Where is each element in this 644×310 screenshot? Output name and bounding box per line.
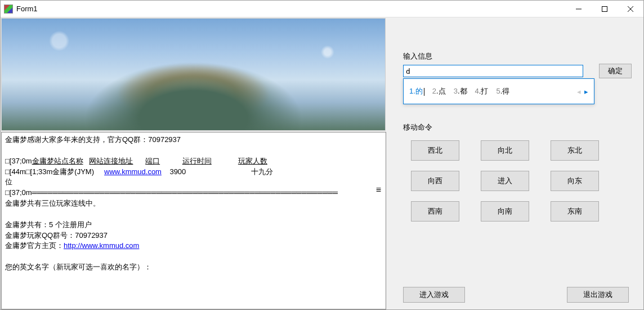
ime-next-icon[interactable]: ▸ xyxy=(584,87,588,96)
console-row: □[44m□[1;33m金庸梦(JYM) www.kmmud.com 3900 … xyxy=(5,167,382,178)
left-pane: ≡ 金庸梦感谢大家多年来的支持，官方QQ群：70972937 □[37;0m金庸… xyxy=(1,17,386,309)
console-headers: □[37;0m金庸梦站点名称 网站连接地址 端口 运行时间 玩家人数 xyxy=(5,156,267,167)
bottom-actions: 进入游戏 退出游戏 xyxy=(403,287,629,303)
window-controls xyxy=(566,1,643,17)
enter-game-button[interactable]: 进入游戏 xyxy=(403,287,465,303)
move-group: 移动命令 西北 向北 东北 向西 进入 向东 西南 向南 东南 xyxy=(403,122,634,222)
command-input[interactable] xyxy=(403,65,583,77)
window-title: Form1 xyxy=(16,5,566,13)
console-output[interactable]: ≡ 金庸梦感谢大家多年来的支持，官方QQ群：70972937 □[37;0m金庸… xyxy=(1,132,386,309)
titlebar[interactable]: Form1 xyxy=(1,1,643,17)
minimize-button[interactable] xyxy=(566,1,592,17)
ime-candidate-4[interactable]: 4.打 xyxy=(475,86,489,96)
ime-nav: ◂ ▸ xyxy=(577,87,588,96)
dir-nw-button[interactable]: 西北 xyxy=(411,140,459,161)
direction-grid: 西北 向北 东北 向西 进入 向东 西南 向南 东南 xyxy=(411,140,634,222)
banner-image xyxy=(1,18,386,131)
dir-sw-button[interactable]: 西南 xyxy=(411,201,459,222)
exit-game-button[interactable]: 退出游戏 xyxy=(567,287,629,303)
close-button[interactable] xyxy=(618,1,643,17)
console-prompt: 您的英文名字（新玩家可选一喜欢的名字）： xyxy=(5,262,382,273)
dir-n-button[interactable]: 向北 xyxy=(481,140,529,161)
app-window: Form1 ≡ 金庸梦感谢大家多年来的支持，官方QQ群：70972937 □[3… xyxy=(0,0,644,310)
console-sep: □[37;0m═════════════════════════════════… xyxy=(5,188,382,198)
hamburger-icon[interactable]: ≡ xyxy=(376,183,381,196)
dir-w-button[interactable]: 向西 xyxy=(411,171,459,191)
console-online: 金庸梦共有三位玩家连线中。 xyxy=(5,198,382,209)
client-area: ≡ 金庸梦感谢大家多年来的支持，官方QQ群：70972937 □[37;0m金庸… xyxy=(1,17,643,309)
input-group-label: 输入信息 xyxy=(403,51,634,61)
right-pane: 输入信息 确定 1.的 2.点 3.都 4.打 5.得 ◂ ▸ 移动命令 xyxy=(386,17,643,309)
ime-prev-icon[interactable]: ◂ xyxy=(577,87,581,96)
move-group-label: 移动命令 xyxy=(403,122,634,132)
input-group: 输入信息 确定 xyxy=(403,51,634,78)
console-qq: 金庸梦玩家QQ群号：70972937 xyxy=(5,231,382,241)
console-homepage: 金庸梦官方主页：http://www.kmmud.com xyxy=(5,241,382,251)
maximize-button[interactable] xyxy=(592,1,618,17)
ime-candidates[interactable]: 1.的 2.点 3.都 4.打 5.得 ◂ ▸ xyxy=(403,78,594,104)
svg-rect-1 xyxy=(602,6,607,11)
dir-se-button[interactable]: 东南 xyxy=(551,201,599,222)
console-row-tail: 位 xyxy=(5,177,382,188)
ime-candidate-5[interactable]: 5.得 xyxy=(496,86,509,96)
ime-candidate-1[interactable]: 1.的 xyxy=(409,86,424,96)
dir-e-button[interactable]: 向东 xyxy=(551,171,599,191)
homepage-link[interactable]: http://www.kmmud.com xyxy=(64,241,139,250)
confirm-button[interactable]: 确定 xyxy=(599,64,632,78)
dir-enter-button[interactable]: 进入 xyxy=(481,171,529,191)
dir-ne-button[interactable]: 东北 xyxy=(551,140,599,161)
ime-candidate-3[interactable]: 3.都 xyxy=(454,86,467,96)
site-link[interactable]: www.kmmud.com xyxy=(104,167,162,176)
ime-candidate-2[interactable]: 2.点 xyxy=(432,86,446,96)
console-line: 金庸梦感谢大家多年来的支持，官方QQ群：70972937 xyxy=(5,135,382,145)
console-registered: 金庸梦共有：5 个注册用户 xyxy=(5,220,382,231)
app-icon xyxy=(4,5,13,14)
dir-s-button[interactable]: 向南 xyxy=(481,201,529,222)
